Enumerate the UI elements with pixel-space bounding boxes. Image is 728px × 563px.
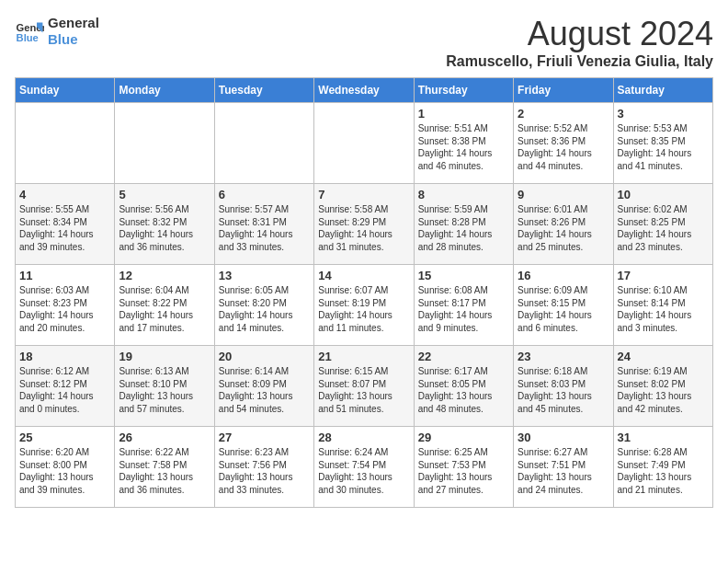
calendar-cell: 1Sunrise: 5:51 AM Sunset: 8:38 PM Daylig…	[414, 103, 513, 184]
day-number: 20	[219, 350, 310, 363]
day-number: 1	[418, 107, 509, 121]
cell-content: Sunrise: 6:15 AM Sunset: 8:07 PM Dayligh…	[318, 365, 409, 415]
calendar-cell: 6Sunrise: 5:57 AM Sunset: 8:31 PM Daylig…	[214, 184, 313, 265]
calendar-cell: 24Sunrise: 6:19 AM Sunset: 8:02 PM Dayli…	[613, 346, 712, 427]
calendar-cell: 2Sunrise: 5:52 AM Sunset: 8:36 PM Daylig…	[514, 103, 613, 184]
cell-content: Sunrise: 6:05 AM Sunset: 8:20 PM Dayligh…	[219, 284, 310, 334]
calendar-cell: 4Sunrise: 5:55 AM Sunset: 8:34 PM Daylig…	[16, 184, 115, 265]
calendar-cell: 21Sunrise: 6:15 AM Sunset: 8:07 PM Dayli…	[314, 346, 414, 427]
calendar-cell: 29Sunrise: 6:25 AM Sunset: 7:53 PM Dayli…	[414, 427, 513, 508]
calendar-cell	[214, 103, 313, 184]
calendar-cell: 19Sunrise: 6:13 AM Sunset: 8:10 PM Dayli…	[115, 346, 214, 427]
day-number: 11	[19, 269, 110, 282]
day-number: 9	[518, 188, 609, 201]
cell-content: Sunrise: 6:25 AM Sunset: 7:53 PM Dayligh…	[418, 446, 509, 496]
cell-content: Sunrise: 6:19 AM Sunset: 8:02 PM Dayligh…	[618, 365, 709, 415]
day-number: 25	[19, 431, 110, 444]
cell-content: Sunrise: 6:23 AM Sunset: 7:56 PM Dayligh…	[219, 446, 310, 496]
cell-content: Sunrise: 5:56 AM Sunset: 8:32 PM Dayligh…	[119, 203, 210, 253]
cell-content: Sunrise: 6:13 AM Sunset: 8:10 PM Dayligh…	[119, 365, 210, 415]
calendar-cell	[115, 103, 214, 184]
cell-content: Sunrise: 6:12 AM Sunset: 8:12 PM Dayligh…	[19, 365, 110, 415]
calendar-cell: 13Sunrise: 6:05 AM Sunset: 8:20 PM Dayli…	[214, 265, 313, 346]
day-number: 3	[618, 107, 709, 121]
day-number: 17	[618, 269, 709, 282]
calendar-cell: 25Sunrise: 6:20 AM Sunset: 8:00 PM Dayli…	[16, 427, 115, 508]
weekday-header-tuesday: Tuesday	[214, 78, 313, 103]
cell-content: Sunrise: 6:04 AM Sunset: 8:22 PM Dayligh…	[119, 284, 210, 334]
day-number: 14	[318, 269, 409, 282]
calendar-cell: 28Sunrise: 6:24 AM Sunset: 7:54 PM Dayli…	[314, 427, 414, 508]
cell-content: Sunrise: 6:02 AM Sunset: 8:25 PM Dayligh…	[618, 203, 709, 253]
calendar-cell: 18Sunrise: 6:12 AM Sunset: 8:12 PM Dayli…	[16, 346, 115, 427]
cell-content: Sunrise: 5:52 AM Sunset: 8:36 PM Dayligh…	[518, 122, 609, 172]
day-number: 27	[219, 431, 310, 444]
weekday-header-saturday: Saturday	[613, 78, 712, 103]
calendar-cell: 27Sunrise: 6:23 AM Sunset: 7:56 PM Dayli…	[214, 427, 313, 508]
day-number: 29	[418, 431, 509, 444]
day-number: 6	[219, 188, 310, 201]
calendar-cell: 16Sunrise: 6:09 AM Sunset: 8:15 PM Dayli…	[514, 265, 613, 346]
day-number: 21	[318, 350, 409, 363]
calendar-cell: 20Sunrise: 6:14 AM Sunset: 8:09 PM Dayli…	[214, 346, 313, 427]
weekday-header-thursday: Thursday	[414, 78, 513, 103]
day-number: 26	[119, 431, 210, 444]
logo: General Blue General Blue	[15, 15, 99, 48]
weekday-header-sunday: Sunday	[16, 78, 115, 103]
cell-content: Sunrise: 6:09 AM Sunset: 8:15 PM Dayligh…	[518, 284, 609, 334]
logo-blue: Blue	[48, 31, 99, 48]
day-number: 16	[518, 269, 609, 282]
calendar-cell: 3Sunrise: 5:53 AM Sunset: 8:35 PM Daylig…	[613, 103, 712, 184]
cell-content: Sunrise: 6:14 AM Sunset: 8:09 PM Dayligh…	[219, 365, 310, 415]
day-number: 5	[119, 188, 210, 201]
calendar-cell: 10Sunrise: 6:02 AM Sunset: 8:25 PM Dayli…	[613, 184, 712, 265]
day-number: 4	[19, 188, 110, 201]
calendar-cell: 26Sunrise: 6:22 AM Sunset: 7:58 PM Dayli…	[115, 427, 214, 508]
calendar-cell: 22Sunrise: 6:17 AM Sunset: 8:05 PM Dayli…	[414, 346, 513, 427]
calendar-cell: 14Sunrise: 6:07 AM Sunset: 8:19 PM Dayli…	[314, 265, 414, 346]
day-number: 28	[318, 431, 409, 444]
day-number: 23	[518, 350, 609, 363]
cell-content: Sunrise: 6:08 AM Sunset: 8:17 PM Dayligh…	[418, 284, 509, 334]
cell-content: Sunrise: 6:22 AM Sunset: 7:58 PM Dayligh…	[119, 446, 210, 496]
weekday-header-friday: Friday	[514, 78, 613, 103]
cell-content: Sunrise: 6:07 AM Sunset: 8:19 PM Dayligh…	[318, 284, 409, 334]
day-number: 8	[418, 188, 509, 201]
header: General Blue General Blue August 2024 Ra…	[15, 15, 713, 70]
calendar-table: SundayMondayTuesdayWednesdayThursdayFrid…	[15, 77, 713, 508]
day-number: 18	[19, 350, 110, 363]
calendar-cell	[16, 103, 115, 184]
calendar-cell: 7Sunrise: 5:58 AM Sunset: 8:29 PM Daylig…	[314, 184, 414, 265]
cell-content: Sunrise: 6:28 AM Sunset: 7:49 PM Dayligh…	[618, 446, 709, 496]
calendar-cell: 31Sunrise: 6:28 AM Sunset: 7:49 PM Dayli…	[613, 427, 712, 508]
location-title: Ramuscello, Friuli Venezia Giulia, Italy	[446, 53, 713, 70]
day-number: 10	[618, 188, 709, 201]
calendar-cell: 5Sunrise: 5:56 AM Sunset: 8:32 PM Daylig…	[115, 184, 214, 265]
calendar-cell: 9Sunrise: 6:01 AM Sunset: 8:26 PM Daylig…	[514, 184, 613, 265]
day-number: 24	[618, 350, 709, 363]
day-number: 7	[318, 188, 409, 201]
day-number: 2	[518, 107, 609, 121]
cell-content: Sunrise: 5:53 AM Sunset: 8:35 PM Dayligh…	[618, 122, 709, 172]
cell-content: Sunrise: 6:20 AM Sunset: 8:00 PM Dayligh…	[19, 446, 110, 496]
weekday-header-wednesday: Wednesday	[314, 78, 414, 103]
calendar-cell	[314, 103, 414, 184]
cell-content: Sunrise: 6:17 AM Sunset: 8:05 PM Dayligh…	[418, 365, 509, 415]
cell-content: Sunrise: 6:18 AM Sunset: 8:03 PM Dayligh…	[518, 365, 609, 415]
day-number: 12	[119, 269, 210, 282]
calendar-cell: 17Sunrise: 6:10 AM Sunset: 8:14 PM Dayli…	[613, 265, 712, 346]
logo-icon: General Blue	[15, 17, 44, 46]
day-number: 30	[518, 431, 609, 444]
cell-content: Sunrise: 5:55 AM Sunset: 8:34 PM Dayligh…	[19, 203, 110, 253]
cell-content: Sunrise: 6:27 AM Sunset: 7:51 PM Dayligh…	[518, 446, 609, 496]
cell-content: Sunrise: 5:57 AM Sunset: 8:31 PM Dayligh…	[219, 203, 310, 253]
calendar-cell: 23Sunrise: 6:18 AM Sunset: 8:03 PM Dayli…	[514, 346, 613, 427]
cell-content: Sunrise: 6:01 AM Sunset: 8:26 PM Dayligh…	[518, 203, 609, 253]
cell-content: Sunrise: 5:59 AM Sunset: 8:28 PM Dayligh…	[418, 203, 509, 253]
calendar-cell: 11Sunrise: 6:03 AM Sunset: 8:23 PM Dayli…	[16, 265, 115, 346]
logo-general: General	[48, 15, 99, 31]
weekday-header-monday: Monday	[115, 78, 214, 103]
day-number: 15	[418, 269, 509, 282]
day-number: 19	[119, 350, 210, 363]
month-title: August 2024	[446, 15, 713, 53]
